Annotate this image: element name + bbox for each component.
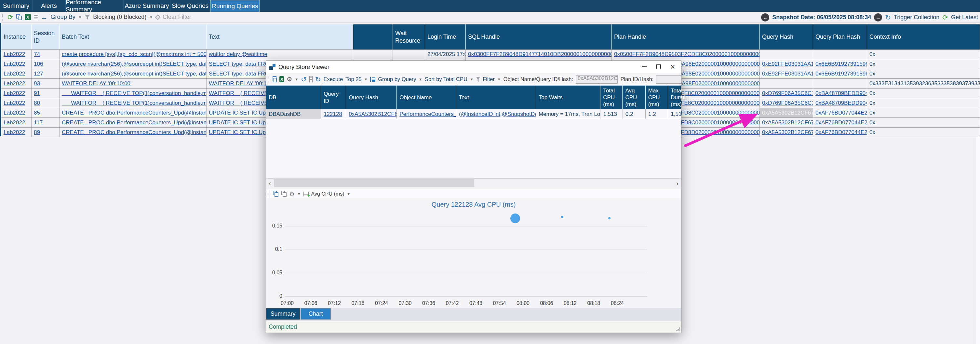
next-snapshot-button[interactable]: → <box>874 13 882 21</box>
cell-link-batch_text[interactable]: WAITFOR ( RECEIVE TOP(1)conversation_han… <box>62 90 207 97</box>
cell-link-session_id[interactable]: 89 <box>34 129 40 136</box>
cell-link-batch_text[interactable]: WAITFOR DELAY '00:10:00' <box>62 80 131 87</box>
back-arrow-icon[interactable]: ← <box>41 14 48 21</box>
tab-slow-queries[interactable]: Slow Queries <box>170 0 210 12</box>
cell-link-query_hash[interactable]: 0xA5A5302B12CF67E8 <box>762 119 813 126</box>
excel-export-icon[interactable]: X <box>25 14 31 20</box>
minimize-button[interactable] <box>637 62 651 72</box>
cell-link-instance[interactable]: Lab2022 <box>3 119 25 126</box>
tab-summary[interactable]: Summary <box>0 0 32 12</box>
filter-button[interactable]: Filter <box>483 76 495 82</box>
cell-link-query_hash[interactable]: 0xA5A5302B12CF67E8 <box>762 110 813 116</box>
cell-link-instance[interactable]: Lab2022 <box>3 110 25 116</box>
cell-link-session_id[interactable]: 117 <box>34 119 43 126</box>
top-n-button[interactable]: Top 25 <box>345 76 362 82</box>
group-by-caret-icon[interactable]: ▾ <box>78 14 82 19</box>
cell-link-query_plan_hash[interactable]: 0x6E6B91927391596E <box>815 61 867 67</box>
column-header-context_info[interactable]: Context Info <box>867 24 980 49</box>
group-by-query-button[interactable]: Group by Query <box>378 76 416 82</box>
copy-icon[interactable] <box>16 14 22 20</box>
cell-link-query_plan_hash[interactable]: 0xBA48709BEDD904B9 <box>815 100 867 107</box>
cell-link-instance[interactable]: Lab2022 <box>3 71 25 77</box>
popup-title-bar[interactable]: Query Store Viewer × <box>266 61 681 73</box>
gear-caret-icon[interactable]: ▾ <box>295 77 298 82</box>
column-header-query_plan_hash[interactable]: Query Plan Hash <box>813 24 867 49</box>
cell-link-query_plan_hash[interactable]: 0xAF76BD077044E2B8 <box>815 129 867 136</box>
cell-link-session_id[interactable]: 127 <box>34 71 43 77</box>
get-latest-button[interactable]: Get Latest <box>951 14 978 21</box>
cell-link-session_id[interactable]: 80 <box>34 100 40 107</box>
column-header-session_id[interactable]: Session ID <box>32 24 59 49</box>
export-table-icon[interactable] <box>304 192 309 196</box>
columns-icon[interactable] <box>34 14 38 20</box>
excel-export-icon[interactable]: X <box>279 76 284 82</box>
cell-link-text[interactable]: waitfor delay @waittime <box>209 51 267 57</box>
cell-link-instance[interactable]: Lab2022 <box>3 100 25 107</box>
cell-link-instance[interactable]: Lab2022 <box>3 90 25 97</box>
blocking-caret-icon[interactable]: ▾ <box>149 14 153 19</box>
trigger-collection-button[interactable]: Trigger Collection <box>894 14 939 21</box>
clear-filter-button[interactable]: Clear Filter <box>162 14 191 21</box>
popup-cell-link-query_hash[interactable]: 0xA5A5302B12CF67... <box>349 111 397 118</box>
cell-link-session_id[interactable]: 74 <box>34 51 40 57</box>
popup-column-header-avg_cpu[interactable]: Avg CPU (ms) <box>622 86 645 109</box>
gear-icon[interactable]: ⚙ <box>286 76 292 82</box>
cell-link-query_plan_hash[interactable]: 0xAF76BD077044E2B8 <box>815 119 867 126</box>
maximize-button[interactable] <box>651 62 665 72</box>
column-header-wait_resource[interactable]: Wait Resource <box>393 24 425 49</box>
plan-filter-input[interactable] <box>656 75 681 84</box>
cell-link-session_id[interactable]: 91 <box>34 90 40 97</box>
cell-link-query_plan_hash[interactable]: 0xAF76BD077044E2B8 <box>815 110 867 116</box>
filter-icon[interactable] <box>476 77 480 82</box>
tab-chart[interactable]: Chart <box>301 308 331 320</box>
copy-icon[interactable] <box>272 76 277 82</box>
cell-link-batch_text[interactable]: (@source nvarchar(256),@sourceopt int)SE… <box>62 71 207 77</box>
cell-link-session_id[interactable]: 85 <box>34 110 40 116</box>
refresh-icon[interactable]: ⟳ <box>8 14 13 21</box>
popup-cell-link-object_name[interactable]: PerformanceCounters_U... <box>399 111 457 118</box>
get-latest-icon[interactable]: ⟳ <box>942 14 948 21</box>
column-header-plan_handle[interactable]: Plan Handle <box>612 24 760 49</box>
blocking-filter-button[interactable]: Blocking (0 Blocked) <box>93 14 146 21</box>
cell-link-query_plan_hash[interactable]: 0xBA48709BEDD904B9 <box>815 90 867 97</box>
columns-icon[interactable] <box>309 76 313 82</box>
measure-select[interactable]: Avg CPU (ms) <box>311 191 344 197</box>
popup-cell-link-query_id[interactable]: 122128 <box>324 111 342 118</box>
cell-link-session_id[interactable]: 106 <box>34 61 43 67</box>
tab-alerts[interactable]: Alerts <box>32 0 66 12</box>
cell-link-instance[interactable]: Lab2022 <box>3 80 25 87</box>
popup-column-header-text[interactable]: Text <box>457 86 536 109</box>
popup-column-header-total_cpu[interactable]: Total CPU (ms) <box>600 86 622 109</box>
undo-icon[interactable]: ↺ <box>301 76 307 83</box>
cell-link-batch_text[interactable]: CREATE PROC dbo.PerformanceCounters_Upd(… <box>62 119 207 126</box>
trigger-collection-icon[interactable]: ↻ <box>885 14 891 21</box>
cell-link-instance[interactable]: Lab2022 <box>3 61 25 67</box>
cell-link-plan_handle[interactable]: 0x0500FF7F2B9048D9503F2CDE8C020000010000… <box>614 51 760 57</box>
popup-column-header-top_waits[interactable]: Top Waits <box>536 86 600 109</box>
popup-column-header-db[interactable]: DB <box>266 86 321 109</box>
popup-column-header-query_hash[interactable]: Query Hash <box>346 86 397 109</box>
resize-grip[interactable] <box>676 327 680 331</box>
column-header-text[interactable]: Text <box>207 24 353 49</box>
popup-column-header-total_duration[interactable]: Total Duration (ms) <box>668 86 681 109</box>
tab-summary[interactable]: Summary <box>266 308 300 320</box>
popup-column-header-query_id[interactable]: Query ID <box>321 86 346 109</box>
execute-button[interactable]: Execute <box>323 76 343 82</box>
cell-link-sql_handle[interactable]: 0x0300FF7F2B9048D9147714010DB20000010000… <box>468 51 612 57</box>
column-header-sql_handle[interactable]: SQL Handle <box>466 24 612 49</box>
cell-link-batch_text[interactable]: CREATE PROC dbo.PerformanceCounters_Upd(… <box>62 129 207 136</box>
column-header-wait_time[interactable] <box>353 24 393 49</box>
popup-cell-link-text[interactable]: (@InstanceID int,@SnapshotDate ... <box>459 111 536 118</box>
copy-data-icon[interactable] <box>281 191 286 197</box>
cell-link-query_hash[interactable]: 0xE92FFE03031AA15E <box>762 61 813 67</box>
popup-column-header-object_name[interactable]: Object Name <box>397 86 457 109</box>
tab-running-queries[interactable]: Running Queries <box>210 0 260 12</box>
clear-filter-icon[interactable] <box>155 14 160 20</box>
popup-column-header-max_cpu[interactable]: Max CPU (ms) <box>646 86 668 109</box>
cell-link-session_id[interactable]: 93 <box>34 80 40 87</box>
column-header-query_hash[interactable]: Query Hash <box>760 24 813 49</box>
cell-link-query_hash[interactable]: 0xA5A5302B12CF67E8 <box>762 129 813 136</box>
previous-snapshot-button[interactable]: ← <box>761 13 769 21</box>
cell-link-instance[interactable]: Lab2022 <box>3 129 25 136</box>
cell-link-batch_text[interactable]: CREATE PROC dbo.PerformanceCounters_Upd(… <box>62 110 207 116</box>
